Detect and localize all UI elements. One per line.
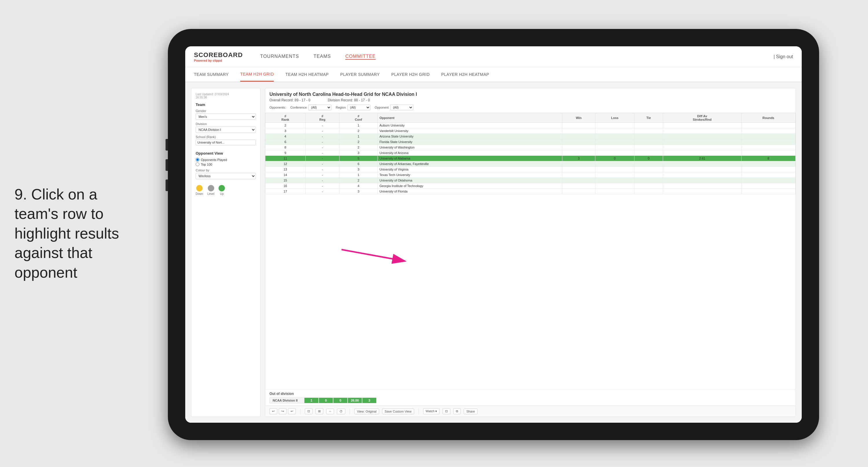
table-row[interactable]: 17-3University of Florida <box>266 189 796 194</box>
colour-by-label: Colour by <box>196 169 256 172</box>
toolbar-sep-3 <box>418 409 419 414</box>
logo-powered: Powered by clippd <box>194 59 243 62</box>
cell-reg: - <box>305 145 339 150</box>
clock-button[interactable]: ⏱ <box>337 409 345 414</box>
cell-loss <box>595 134 634 139</box>
nav-item-teams[interactable]: TEAMS <box>313 54 331 60</box>
radio-top100[interactable]: Top 100 <box>196 163 256 166</box>
school-rank-input[interactable] <box>196 140 256 145</box>
icon2-button[interactable]: ⧉ <box>453 408 461 414</box>
cell-tie: 0 <box>634 156 663 161</box>
sub-nav-team-summary[interactable]: TEAM SUMMARY <box>194 67 229 82</box>
cell-diff-av <box>663 189 741 194</box>
radio-opponents-played[interactable]: Opponents Played <box>196 158 256 162</box>
out-div-tie: 0 <box>333 398 348 403</box>
cell-rank: 6 <box>266 139 306 145</box>
redo-button[interactable]: ↪ <box>279 408 286 414</box>
cell-rounds <box>741 150 795 156</box>
col-rank: #Rank <box>266 113 306 123</box>
table-row[interactable]: 2-1Auburn University <box>266 123 796 128</box>
cell-rounds <box>741 161 795 167</box>
cell-win <box>562 161 595 167</box>
cell-win <box>562 178 595 183</box>
crop-button[interactable]: ⊡ <box>305 408 313 414</box>
table-row[interactable]: 14-1Texas Tech University <box>266 172 796 178</box>
cell-win <box>562 167 595 172</box>
division-label: Division <box>196 122 256 126</box>
view-original-label: View: Original <box>357 410 376 413</box>
cell-diff-av <box>663 161 741 167</box>
cell-tie <box>634 161 663 167</box>
cell-diff-av <box>663 134 741 139</box>
sub-nav-player-summary[interactable]: PLAYER SUMMARY <box>340 67 380 82</box>
cell-diff-av: 2.61 <box>663 156 741 161</box>
sub-nav-player-h2h-heatmap[interactable]: PLAYER H2H HEATMAP <box>441 67 489 82</box>
cell-win: 3 <box>562 156 595 161</box>
table-row[interactable]: 8-2University of Washington <box>266 145 796 150</box>
table-row[interactable]: 3-2Vanderbilt University <box>266 128 796 134</box>
filter-row: Opponents: Conference (All) Region ( <box>270 105 791 110</box>
legend-dot-down <box>196 185 203 192</box>
division-select[interactable]: NCAA Division I <box>196 126 256 133</box>
gender-select[interactable]: Men's <box>196 114 256 120</box>
table-row[interactable]: 4-1Arizona State University <box>266 134 796 139</box>
col-conf: #Conf <box>339 113 377 123</box>
cell-tie <box>634 139 663 145</box>
cell-opponent: Arizona State University <box>378 134 562 139</box>
icon1-button[interactable]: ⊡ <box>442 408 451 414</box>
side-button-2 <box>165 159 168 171</box>
conference-filter-select[interactable]: (All) <box>308 105 332 110</box>
undo-button[interactable]: ↩ <box>270 408 277 414</box>
region-filter-select[interactable]: (All) <box>347 105 370 110</box>
table-row[interactable]: 16-4Georgia Institute of Technology <box>266 183 796 189</box>
view-original-button[interactable]: View: Original <box>354 409 379 414</box>
last-updated: Last Updated: 27/03/2024 16:55:38 <box>196 93 256 99</box>
undo-redo-group: ↩ ↪ ↩ <box>270 408 296 414</box>
cell-tie <box>634 172 663 178</box>
copy-button[interactable]: ⊞ <box>315 408 323 414</box>
nav-item-committee[interactable]: COMMITTEE <box>345 54 376 60</box>
cell-tie <box>634 128 663 134</box>
cell-diff-av <box>663 167 741 172</box>
col-rounds: Rounds <box>741 113 795 123</box>
top-nav: SCOREBOARD Powered by clippd TOURNAMENTS… <box>185 46 802 67</box>
nav-item-tournaments[interactable]: TOURNAMENTS <box>260 54 299 60</box>
save-custom-view-button[interactable]: Save Custom View <box>382 409 414 414</box>
data-table-container: #Rank #Reg #Conf Opponent Win Loss Tie D… <box>265 113 796 389</box>
sign-out-button[interactable]: | Sign out <box>774 54 793 59</box>
sub-nav-player-h2h-grid[interactable]: PLAYER H2H GRID <box>391 67 430 82</box>
cell-opponent: Texas Tech University <box>378 172 562 178</box>
watch-button[interactable]: Watch ▾ <box>423 408 440 414</box>
colour-by-select[interactable]: Win/loss <box>196 173 256 179</box>
share-label: Share <box>466 410 475 413</box>
table-row[interactable]: 12-6University of Arkansas, Fayetteville <box>266 161 796 167</box>
cell-diff-av <box>663 128 741 134</box>
cell-loss <box>595 161 634 167</box>
cell-diff-av <box>663 139 741 145</box>
out-div-loss: 0 <box>319 398 333 403</box>
cell-win <box>562 183 595 189</box>
cell-conf: 2 <box>339 128 377 134</box>
sub-nav-team-h2h-heatmap[interactable]: TEAM H2H HEATMAP <box>285 67 329 82</box>
table-row[interactable]: 13-3University of Virginia <box>266 167 796 172</box>
cell-opponent: University of Virginia <box>378 167 562 172</box>
cell-tie <box>634 150 663 156</box>
table-row[interactable]: 9-3University of Arizona <box>266 150 796 156</box>
cell-diff-av <box>663 145 741 150</box>
dots-button[interactable]: ··· <box>326 409 334 414</box>
table-row[interactable]: 15-2University of Oklahoma <box>266 178 796 183</box>
table-row[interactable]: 6-2Florida State University <box>266 139 796 145</box>
cell-rounds <box>741 183 795 189</box>
opponent-filter-select[interactable]: (All) <box>390 105 413 110</box>
cell-loss <box>595 167 634 172</box>
cell-conf: 2 <box>339 145 377 150</box>
out-div-row[interactable]: NCAA Division II 1 0 0 26.00 3 <box>270 398 791 403</box>
cell-loss <box>595 145 634 150</box>
opponent-view-title: Opponent View <box>196 151 256 155</box>
out-div-rounds: 3 <box>362 398 376 403</box>
sub-nav-team-h2h-grid[interactable]: TEAM H2H GRID <box>240 67 274 82</box>
share-button[interactable]: Share <box>464 409 477 414</box>
undo2-button[interactable]: ↩ <box>288 408 296 414</box>
cell-rounds <box>741 178 795 183</box>
table-row[interactable]: 11-5University of Alabama3002.618 <box>266 156 796 161</box>
